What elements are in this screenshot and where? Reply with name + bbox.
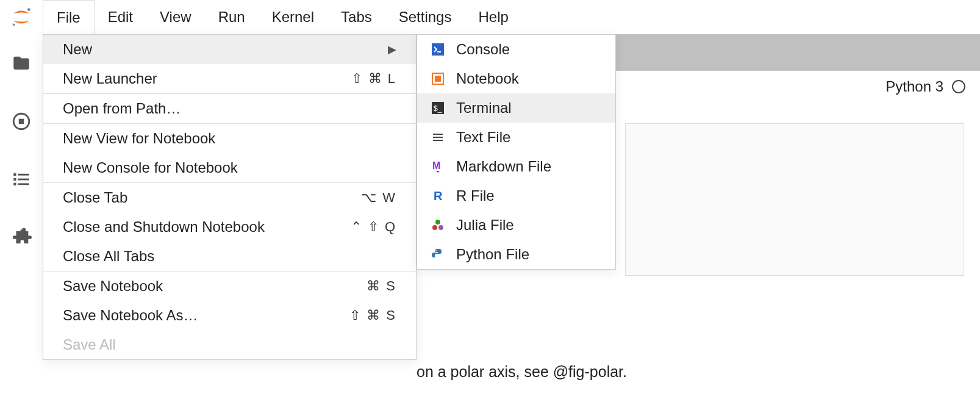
new-markdown-file[interactable]: M Markdown File	[417, 152, 615, 181]
svg-rect-4	[13, 173, 16, 176]
file-menu-new[interactable]: New ▶	[43, 35, 416, 64]
new-terminal[interactable]: $_ Terminal	[417, 93, 615, 123]
menu-label: Open from Path…	[63, 100, 181, 117]
svg-rect-8	[13, 182, 16, 185]
svg-rect-18	[433, 140, 443, 141]
svg-rect-17	[433, 137, 443, 138]
menu-label: Text File	[456, 129, 510, 146]
svg-point-23	[438, 225, 443, 230]
svg-text:$_: $_	[434, 104, 442, 113]
menu-help[interactable]: Help	[465, 0, 521, 34]
menubar: File Edit View Run Kernel Tabs Settings …	[0, 0, 980, 34]
menu-label: Save Notebook	[63, 278, 163, 295]
stop-circle-icon	[11, 111, 32, 132]
menu-label: Close All Tabs	[63, 248, 154, 265]
svg-rect-13	[435, 76, 441, 82]
activity-toc[interactable]	[0, 150, 43, 208]
svg-point-1	[13, 23, 15, 26]
svg-rect-9	[18, 183, 29, 185]
svg-rect-10	[432, 43, 444, 56]
menu-shortcut: ⌃ ⇧ Q	[351, 219, 396, 235]
file-menu-new-launcher[interactable]: New Launcher ⇧ ⌘ L	[43, 64, 416, 93]
kernel-status-icon	[952, 80, 965, 93]
menu-label: R File	[456, 187, 495, 204]
menu-label: Save Notebook As…	[63, 307, 198, 324]
julia-icon	[431, 218, 445, 232]
terminal-icon: $_	[431, 101, 445, 115]
new-text-file[interactable]: Text File	[417, 123, 615, 152]
jupyter-logo[interactable]	[0, 5, 43, 29]
menu-view[interactable]: View	[146, 0, 205, 34]
menu-label: Save All	[63, 336, 116, 353]
new-notebook[interactable]: Notebook	[417, 64, 615, 93]
menu-label: New	[63, 41, 92, 58]
menu-label: New View for Notebook	[63, 130, 215, 147]
svg-point-22	[432, 225, 437, 230]
markdown-icon: M	[431, 159, 445, 174]
menu-file[interactable]: File	[43, 0, 95, 34]
file-menu-close-tab[interactable]: Close Tab ⌥ W	[43, 183, 416, 212]
submenu-arrow-icon: ▶	[388, 43, 396, 56]
activity-bar	[0, 34, 43, 410]
svg-rect-5	[18, 173, 29, 175]
document-text-fragment: on a polar axis, see @fig-polar.	[417, 363, 627, 381]
file-menu-new-view-for-notebook[interactable]: New View for Notebook	[43, 124, 416, 153]
activity-extensions[interactable]	[0, 208, 43, 266]
menu-label: New Launcher	[63, 70, 157, 87]
menu-label: Console	[456, 41, 510, 58]
r-icon: R	[431, 189, 445, 203]
menu-label: Terminal	[456, 99, 512, 117]
file-menu-save-notebook[interactable]: Save Notebook ⌘ S	[43, 272, 416, 301]
new-julia-file[interactable]: Julia File	[417, 210, 615, 240]
svg-rect-3	[19, 118, 24, 124]
file-menu-close-shutdown-notebook[interactable]: Close and Shutdown Notebook ⌃ ⇧ Q	[43, 212, 416, 242]
menu-run[interactable]: Run	[205, 0, 259, 34]
python-icon	[431, 247, 445, 262]
activity-files[interactable]	[0, 34, 43, 92]
file-menu-dropdown: New ▶ New Launcher ⇧ ⌘ L Open from Path……	[43, 34, 417, 360]
menu-shortcut: ⌥ W	[361, 190, 396, 206]
svg-point-24	[435, 250, 437, 251]
kernel-name: Python 3	[885, 78, 943, 95]
notebook-cell-background	[625, 123, 964, 276]
menu-settings[interactable]: Settings	[385, 0, 465, 34]
new-r-file[interactable]: R R File	[417, 181, 615, 210]
textfile-icon	[431, 130, 445, 145]
menu-tabs[interactable]: Tabs	[327, 0, 385, 34]
menu-shortcut: ⇧ ⌘ L	[351, 71, 396, 87]
kernel-indicator[interactable]: Python 3	[871, 71, 980, 103]
console-icon	[431, 42, 445, 57]
menu-edit[interactable]: Edit	[95, 0, 146, 34]
notebook-icon	[431, 71, 445, 86]
file-menu-save-all: Save All	[43, 330, 416, 359]
new-submenu: Console Notebook $_ Terminal Text File M…	[417, 34, 616, 270]
svg-rect-6	[13, 178, 16, 180]
new-python-file[interactable]: Python File	[417, 240, 615, 269]
svg-point-21	[435, 220, 440, 225]
menu-label: New Console for Notebook	[63, 159, 238, 176]
svg-rect-11	[437, 51, 441, 52]
menu-label: Julia File	[456, 217, 514, 234]
menu-kernel[interactable]: Kernel	[259, 0, 327, 34]
menu-label: Close and Shutdown Notebook	[63, 218, 265, 236]
svg-text:M: M	[432, 160, 440, 171]
file-menu-new-console-for-notebook[interactable]: New Console for Notebook	[43, 153, 416, 182]
puzzle-icon	[11, 227, 32, 248]
menu-shortcut: ⌘ S	[367, 278, 396, 294]
activity-running[interactable]	[0, 92, 43, 150]
svg-point-0	[27, 8, 30, 11]
svg-text:R: R	[434, 189, 443, 203]
svg-rect-16	[433, 134, 443, 135]
menu-label: Close Tab	[63, 189, 127, 206]
new-console[interactable]: Console	[417, 35, 615, 64]
file-menu-close-all-tabs[interactable]: Close All Tabs	[43, 242, 416, 271]
list-icon	[11, 169, 32, 190]
menu-label: Notebook	[456, 70, 519, 87]
file-menu-open-from-path[interactable]: Open from Path…	[43, 94, 416, 123]
folder-icon	[11, 53, 32, 74]
menu-shortcut: ⇧ ⌘ S	[349, 308, 396, 323]
menu-label: Python File	[456, 246, 529, 263]
file-menu-save-notebook-as[interactable]: Save Notebook As… ⇧ ⌘ S	[43, 301, 416, 330]
svg-rect-7	[18, 178, 29, 180]
menu-label: Markdown File	[456, 158, 551, 175]
